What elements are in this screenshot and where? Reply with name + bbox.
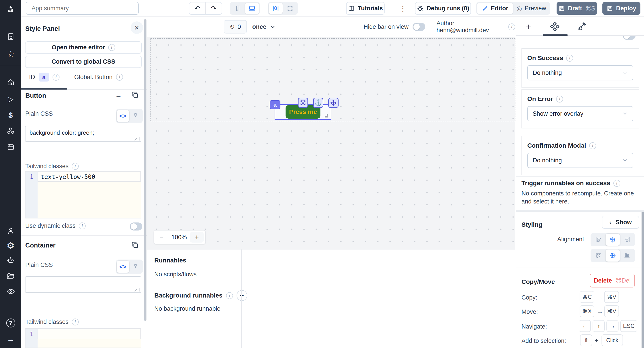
undo-redo-group: ↶ ↷: [189, 2, 222, 15]
sidebar-item-home-icon[interactable]: [0, 76, 21, 88]
app-canvas[interactable]: a ⚓ Press me − 100% +: [147, 37, 515, 249]
expand-component-handle-icon[interactable]: [298, 98, 308, 108]
deploy-button[interactable]: Deploy: [602, 2, 640, 15]
thick-divider: [516, 210, 644, 212]
redo-icon[interactable]: ↷: [206, 2, 222, 14]
paintbrush-mode-icon[interactable]: [129, 261, 142, 273]
draft-button[interactable]: Draft ⌘S: [556, 2, 597, 15]
sidebar-item-runs-play-icon[interactable]: ▷: [0, 93, 21, 105]
tab-styling-brush-icon[interactable]: [577, 22, 586, 33]
key-shift: ⇧: [580, 334, 592, 346]
plain-css-textarea[interactable]: [25, 276, 141, 293]
app-summary-input[interactable]: [32, 5, 133, 12]
resize-handle[interactable]: [136, 288, 140, 292]
navigate-row-label: Navigate:: [522, 323, 547, 330]
tab-id[interactable]: ID a i: [29, 72, 60, 82]
info-icon: i: [566, 55, 573, 62]
sidebar-item-workers-robot-icon[interactable]: [0, 254, 21, 267]
zoom-out-icon[interactable]: −: [154, 233, 169, 241]
copy-style-icon[interactable]: [131, 91, 139, 100]
tab-global-button[interactable]: Global: Button i: [74, 72, 123, 82]
key-click: Click: [602, 334, 623, 346]
code-mode-icon[interactable]: <>: [117, 261, 129, 273]
sidebar-collapse-arrow-icon[interactable]: →: [0, 333, 21, 345]
tutorials-button[interactable]: Tutorials: [346, 2, 384, 15]
info-icon[interactable]: i: [508, 23, 515, 30]
tailwind-classes-editor[interactable]: 1 text-yellow-500: [25, 171, 141, 218]
align-center-vertical-icon[interactable]: [606, 249, 620, 262]
debug-runs-button[interactable]: Debug runs (0): [415, 2, 471, 15]
copy-move-label: Copy/Move: [522, 278, 555, 285]
canvas-toolbar: ↻ 0 once Hide bar on view Author henri@w…: [147, 16, 515, 37]
style-panel-scrollbar[interactable]: [144, 19, 146, 321]
sidebar-item-user-icon[interactable]: [0, 224, 21, 237]
component-id-badge: a: [270, 100, 280, 109]
settings-panel-scrollbar[interactable]: [642, 212, 644, 348]
windmill-logo-icon[interactable]: [0, 3, 21, 16]
component-resize-corner[interactable]: [325, 114, 328, 118]
left-sidebar: ☆ ▷ $ ⚙ ? →: [0, 0, 21, 348]
align-center-horizontal-icon[interactable]: [606, 234, 620, 246]
center-canvas-icon[interactable]: |0|: [269, 3, 283, 14]
move-component-handle-icon[interactable]: [328, 98, 338, 108]
sidebar-item-audit-eye-icon[interactable]: [0, 285, 21, 298]
alignment-label: Alignment: [557, 236, 584, 243]
copy-style-icon[interactable]: [131, 241, 139, 250]
trigger-runnables-row: Trigger runnables on success i: [522, 179, 620, 187]
key-arrow-left: ←: [579, 320, 591, 332]
close-icon[interactable]: ×: [130, 21, 143, 34]
sidebar-divider: [0, 66, 21, 66]
open-theme-editor-button[interactable]: Open theme editori: [25, 41, 142, 54]
sidebar-item-settings-gear-icon[interactable]: ⚙: [0, 239, 21, 252]
draft-shortcut: ⌘S: [585, 5, 595, 12]
refresh-mode-dropdown[interactable]: once: [252, 20, 276, 33]
tab-preview[interactable]: ◎ Preview: [514, 3, 549, 14]
scrolled-toggle-partial[interactable]: [623, 36, 636, 40]
sidebar-item-resources-cubes-icon[interactable]: [0, 125, 21, 137]
convert-global-css-button[interactable]: Convert to global CSS: [25, 56, 142, 68]
plain-css-textarea[interactable]: background-color: green;: [25, 126, 141, 142]
align-left-icon[interactable]: [591, 234, 606, 246]
undo-icon[interactable]: ↶: [190, 2, 206, 14]
tab-component-settings-icon[interactable]: [550, 22, 560, 33]
section-divider: [516, 176, 644, 177]
styling-show-button[interactable]: ‹ Show: [602, 216, 639, 229]
refresh-count-button[interactable]: ↻ 0: [224, 20, 247, 33]
runnables-panel: Runnables No scripts/flows Background ru…: [147, 249, 515, 348]
kebab-menu-icon[interactable]: ⋮: [398, 2, 408, 15]
key-arrow-up: ↑: [592, 320, 605, 332]
paintbrush-mode-icon[interactable]: [129, 110, 142, 122]
app-grid-bounds: [150, 38, 516, 121]
expand-canvas-icon[interactable]: [283, 3, 297, 14]
hide-bar-toggle[interactable]: [412, 23, 425, 31]
sidebar-item-workspace[interactable]: [0, 30, 21, 43]
align-top-icon[interactable]: [591, 249, 606, 262]
delete-component-button[interactable]: Delete ⌘Del: [590, 274, 635, 288]
sidebar-item-variables-dollar-icon[interactable]: $: [0, 109, 21, 121]
mobile-view-icon[interactable]: [231, 3, 245, 14]
tab-editor[interactable]: Editor: [477, 3, 513, 14]
anchor-component-handle-icon[interactable]: ⚓: [313, 98, 323, 108]
code-mode-icon[interactable]: <>: [117, 110, 129, 122]
debug-runs-label: Debug runs (0): [427, 5, 469, 12]
insert-component-plus-icon[interactable]: +: [526, 22, 532, 32]
on-success-select[interactable]: Do nothing: [527, 65, 633, 80]
align-bottom-icon[interactable]: [620, 249, 634, 262]
desktop-view-icon[interactable]: [245, 3, 259, 14]
confirmation-modal-select[interactable]: Do nothing: [527, 153, 633, 168]
sidebar-item-help-icon[interactable]: ?: [0, 317, 21, 329]
sidebar-item-schedules-calendar-icon[interactable]: [0, 141, 21, 153]
add-background-runnable-icon[interactable]: +: [236, 290, 247, 301]
resize-handle[interactable]: [136, 137, 140, 141]
on-error-select[interactable]: Show error overlay: [527, 106, 633, 121]
jump-to-component-arrow-icon[interactable]: →: [115, 92, 122, 99]
sidebar-item-favorites-star-icon[interactable]: ☆: [0, 48, 21, 60]
info-icon: i: [52, 74, 60, 81]
align-right-icon[interactable]: [620, 234, 634, 246]
style-panel: Style Panel × Open theme editori Convert…: [21, 16, 147, 348]
zoom-in-icon[interactable]: +: [190, 232, 204, 243]
tailwind-classes-editor[interactable]: 1: [25, 328, 141, 348]
plain-css-label: Plain CSS: [25, 110, 53, 117]
sidebar-item-folders-icon[interactable]: [0, 270, 21, 283]
use-dynamic-class-toggle[interactable]: [130, 222, 142, 230]
